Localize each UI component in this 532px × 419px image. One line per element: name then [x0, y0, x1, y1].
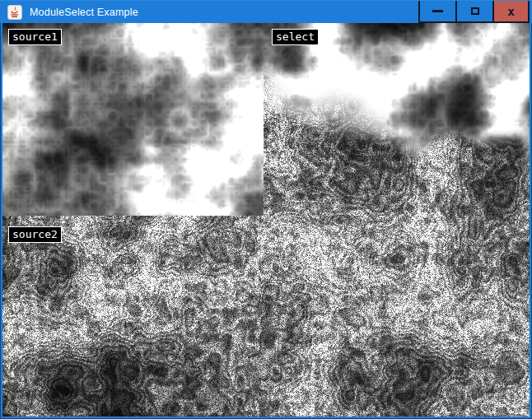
label-source2: source2 — [8, 226, 62, 243]
maximize-button[interactable] — [455, 1, 492, 23]
java-app-icon[interactable] — [7, 5, 22, 20]
minimize-icon — [432, 10, 443, 12]
close-button[interactable]: x — [492, 1, 530, 23]
steam-icon — [15, 7, 16, 10]
close-icon: x — [507, 6, 514, 17]
minimize-button[interactable] — [418, 1, 455, 23]
window-controls: x — [418, 1, 530, 23]
titlebar[interactable]: ModuleSelect Example x — [0, 0, 532, 23]
maximize-icon — [471, 7, 479, 15]
noise-render-canvas — [2, 23, 530, 417]
render-area: source1 select source2 — [2, 23, 530, 417]
label-select: select — [272, 29, 319, 45]
label-source1: source1 — [8, 29, 62, 45]
window-title: ModuleSelect Example — [30, 7, 138, 18]
app-window: ModuleSelect Example x source1 select so… — [0, 0, 532, 419]
